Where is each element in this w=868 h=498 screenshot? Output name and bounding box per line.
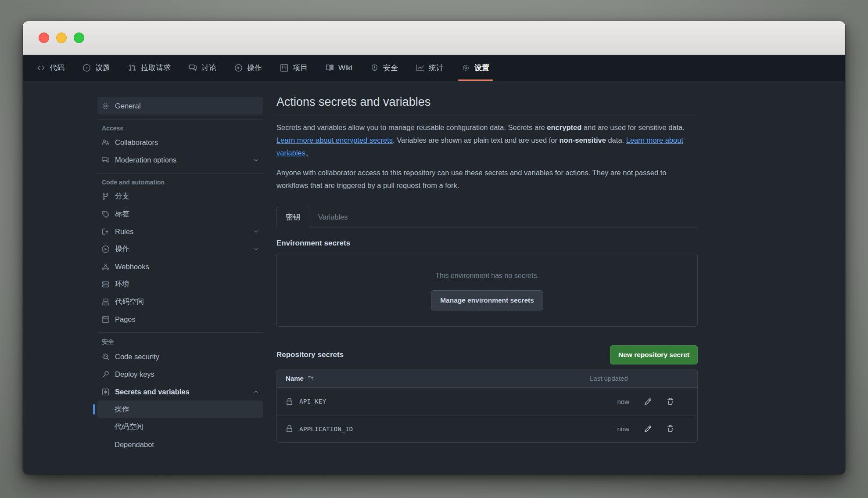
sidebar-item-environments[interactable]: 环境 [97, 275, 263, 293]
text-segment: . Variables are shown as plain text and … [393, 136, 559, 144]
sidebar-item-webhooks[interactable]: Webhooks [97, 258, 263, 275]
sidebar-item-secrets-actions[interactable]: 操作 [97, 401, 263, 418]
repository-secrets-table: Name Last updated API_KEYnowAPPLICATION_… [276, 369, 698, 443]
last-updated-value: now [590, 425, 629, 433]
sidebar-section-title: Access [102, 125, 263, 132]
nav-tab-label: 代码 [50, 63, 65, 73]
sidebar-item-general[interactable]: General [97, 97, 263, 115]
sidebar-section-title: 安全 [102, 338, 263, 346]
sidebar-item-label: Rules [115, 227, 133, 236]
branch-icon [102, 193, 109, 200]
sidebar-item-secrets-dependabot[interactable]: Dependabot [97, 436, 263, 453]
sidebar-item-rules[interactable]: Rules [97, 223, 263, 240]
sidebar-item-label: 操作 [115, 404, 129, 414]
sidebar-item-label: 代码空间 [115, 297, 144, 307]
environment-secrets-box: This environment has no secrets. Manage … [276, 253, 698, 327]
sidebar-item-label: Dependabot [115, 440, 154, 449]
codescan-icon [102, 353, 109, 361]
sidebar-item-secrets-and-variables[interactable]: Secrets and variables [97, 383, 263, 401]
sidebar-divider [97, 332, 263, 333]
lock-icon [286, 398, 293, 405]
sidebar-item-code-security[interactable]: Code security [97, 348, 263, 365]
sidebar-item-moderation-options[interactable]: Moderation options [97, 151, 263, 169]
chevron-down-icon [253, 229, 259, 235]
people-icon [102, 139, 109, 146]
main-content: Actions secrets and variables Secrets an… [276, 81, 698, 474]
edit-secret-button[interactable] [644, 398, 652, 405]
environment-secrets-heading: Environment secrets [276, 239, 698, 248]
app-window: 代码议题拉取请求讨论操作项目Wiki安全统计设置 GeneralAccessCo… [23, 21, 845, 474]
nav-tab-wiki[interactable]: Wiki [317, 55, 362, 81]
manage-environment-secrets-button[interactable]: Manage environment secrets [431, 290, 543, 310]
issue-icon [83, 64, 90, 72]
nav-tab-projects[interactable]: 项目 [271, 55, 317, 81]
edit-secret-button[interactable] [644, 425, 652, 433]
secret-name: APPLICATION_ID [299, 426, 353, 433]
server-icon [102, 281, 109, 288]
inline-link[interactable]: Learn more about encrypted secrets [276, 136, 393, 144]
sidebar-item-label: Pages [115, 315, 136, 324]
sidebar-item-collaborators[interactable]: Collaborators [97, 134, 263, 151]
nav-tab-issues[interactable]: 议题 [74, 55, 119, 81]
sidebar-item-label: Code security [115, 353, 159, 361]
column-name-label: Name [286, 375, 304, 382]
sidebar-item-actions[interactable]: 操作 [97, 240, 263, 258]
table-header: Name Last updated [277, 369, 697, 388]
rules-icon [102, 228, 109, 235]
sidebar-item-deploy-keys[interactable]: Deploy keys [97, 365, 263, 383]
gear-icon [462, 64, 470, 72]
tab-secrets[interactable]: 密钥 [276, 207, 309, 227]
bold-text: encrypted [547, 123, 581, 131]
nav-tab-label: 统计 [429, 63, 444, 73]
nav-tab-insights[interactable]: 统计 [407, 55, 453, 81]
sidebar-item-secrets-codespaces[interactable]: 代码空间 [97, 418, 263, 436]
sidebar-item-label: Secrets and variables [115, 388, 190, 396]
nav-tab-settings[interactable]: 设置 [453, 55, 499, 81]
secret-name: API_KEY [299, 398, 326, 405]
sidebar-item-branches[interactable]: 分支 [97, 188, 263, 205]
shield-icon [371, 64, 378, 72]
lock-icon [286, 425, 293, 433]
settings-page: GeneralAccessCollaboratorsModeration opt… [23, 81, 845, 474]
nav-tab-code[interactable]: 代码 [28, 55, 74, 81]
play-icon [102, 245, 109, 253]
new-repository-secret-button[interactable]: New repository secret [610, 345, 698, 364]
bold-text: non-sensitive [560, 136, 606, 144]
column-name[interactable]: Name [286, 375, 590, 382]
text-segment: 。 [305, 149, 313, 157]
close-button[interactable] [39, 32, 49, 43]
tab-variables[interactable]: Variables [309, 207, 357, 227]
nav-tab-label: 拉取请求 [141, 63, 171, 73]
nav-tab-discussions[interactable]: 讨论 [180, 55, 226, 81]
second-paragraph: Anyone with collaborator access to this … [276, 166, 698, 192]
sidebar-item-tags[interactable]: 标签 [97, 205, 263, 223]
zoom-button[interactable] [74, 32, 84, 43]
sidebar-item-pages[interactable]: Pages [97, 310, 263, 328]
nav-tab-label: 议题 [95, 63, 110, 73]
codespaces-icon [102, 298, 109, 306]
delete-secret-button[interactable] [667, 425, 674, 433]
sidebar-item-codespaces[interactable]: 代码空间 [97, 293, 263, 310]
settings-sidebar: GeneralAccessCollaboratorsModeration opt… [23, 81, 263, 474]
nav-tab-label: 操作 [247, 63, 262, 73]
sidebar-item-label: General [115, 102, 141, 110]
text-segment: data. [606, 136, 626, 144]
repository-secrets-heading: Repository secrets [276, 350, 344, 359]
browser-icon [102, 316, 109, 323]
nav-tab-label: 设置 [474, 63, 489, 73]
discussion-icon [102, 156, 109, 164]
delete-secret-button[interactable] [667, 398, 674, 405]
sidebar-divider [97, 119, 263, 119]
nav-tab-pull-requests[interactable]: 拉取请求 [119, 55, 180, 81]
sidebar-item-label: 环境 [115, 279, 129, 289]
code-icon [37, 64, 45, 72]
nav-tab-label: 安全 [383, 63, 398, 73]
row-actions: now [590, 398, 689, 405]
secret-row: APPLICATION_IDnow [277, 415, 697, 442]
nav-tab-actions[interactable]: 操作 [226, 55, 271, 81]
minimize-button[interactable] [56, 32, 67, 43]
nav-tab-security[interactable]: 安全 [362, 55, 407, 81]
sort-ascending-icon[interactable] [308, 375, 314, 382]
webhook-icon [102, 263, 109, 271]
title-divider [276, 115, 698, 115]
